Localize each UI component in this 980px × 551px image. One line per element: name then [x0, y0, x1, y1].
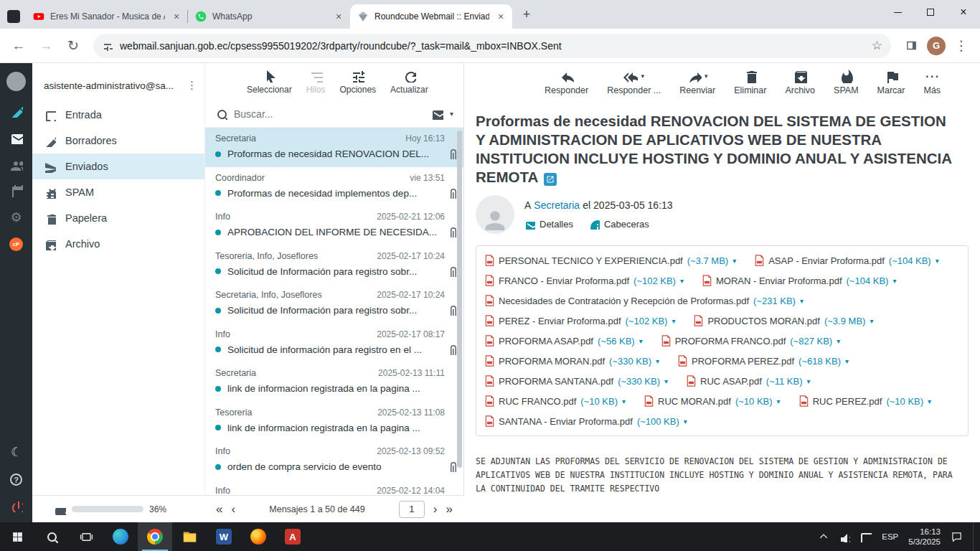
show-desktop-strip[interactable] — [973, 522, 976, 551]
firefox-icon[interactable] — [241, 522, 275, 551]
cpanel-icon[interactable]: cP — [9, 237, 23, 251]
window-maximize-button[interactable] — [914, 0, 947, 24]
message-row[interactable]: Info2025-02-12 14:04 — [205, 480, 463, 496]
start-button[interactable] — [0, 522, 34, 551]
tray-expand-chevron-icon[interactable] — [819, 532, 829, 542]
volume-icon[interactable] — [839, 531, 850, 542]
search-options-caret-icon[interactable]: ▾ — [450, 110, 453, 118]
attachment-item[interactable]: SANTANA - Enviar Proforma.pdf(~100 KB)▾ — [485, 414, 687, 428]
attachment-item[interactable]: MORAN - Enviar Proforma.pdf(~104 KB)▾ — [702, 273, 896, 288]
list-scrollbar[interactable] — [457, 131, 462, 468]
attachment-item[interactable]: PROFORMA SANTANA.pdf(~330 KB)▾ — [485, 374, 668, 388]
dark-mode-icon[interactable]: ☾ — [11, 445, 22, 460]
attachment-item[interactable]: ASAP - Enviar Proforma.pdf(~104 KB)▾ — [755, 253, 939, 268]
tab-roundcube[interactable]: Roundcube Webmail :: Enviados × — [350, 4, 512, 29]
folder-archivo[interactable]: Archivo — [32, 231, 204, 257]
file-explorer-icon[interactable] — [172, 522, 207, 551]
archive-button[interactable]: Archivo — [785, 69, 815, 95]
attachment-item[interactable]: PRODUCTOS MORAN.pdf(~3.9 MB)▾ — [694, 314, 873, 328]
side-panel-icon[interactable] — [900, 34, 923, 57]
browser-profile-avatar[interactable]: G — [927, 37, 946, 55]
message-row[interactable]: Tesoreria, Info, Joseflores2025-02-17 10… — [205, 245, 463, 285]
reply-button[interactable]: Responder — [545, 69, 588, 95]
contacts-icon[interactable] — [10, 158, 23, 171]
attachment-caret-icon[interactable]: ▾ — [684, 418, 687, 425]
message-row[interactable]: Secretaria, Info, Joseflores2025-02-17 1… — [205, 284, 463, 324]
attachment-item[interactable]: PROFORMA ASAP.pdf(~56 KB)▾ — [485, 334, 643, 348]
reply-all-button[interactable]: ▾ Responder ... — [607, 69, 661, 95]
action-center-icon[interactable] — [951, 531, 963, 543]
address-bar[interactable]: webmail.sanjuan.gob.ec/cpsess9955019202/… — [93, 34, 891, 58]
attachment-item[interactable]: RUC PEREZ.pdf(~10 KB)▾ — [799, 394, 932, 408]
mail-icon[interactable] — [10, 131, 23, 144]
attachment-item[interactable]: RUC ASAP.pdf(~11 KB)▾ — [687, 374, 811, 388]
folder-entrada[interactable]: Entrada — [32, 102, 204, 128]
attachment-caret-icon[interactable]: ▾ — [870, 317, 873, 325]
open-in-new-window-icon[interactable] — [544, 173, 557, 186]
spam-button[interactable]: SPAM — [834, 69, 859, 95]
attachment-caret-icon[interactable]: ▾ — [639, 337, 643, 345]
attachment-caret-icon[interactable]: ▾ — [837, 337, 840, 345]
attachment-item[interactable]: RUC MORAN.pdf(~10 KB)▾ — [644, 394, 781, 408]
back-button[interactable]: ← — [7, 34, 30, 57]
attachment-caret-icon[interactable]: ▾ — [777, 397, 781, 405]
more-button[interactable]: ⋯ Más — [923, 69, 941, 95]
forward-button[interactable]: → — [34, 34, 57, 57]
attachment-caret-icon[interactable]: ▾ — [680, 277, 684, 285]
attachment-item[interactable]: PERSONAL TECNICO Y EXPERIENCIA.pdf(~3.7 … — [485, 253, 736, 268]
options-button[interactable]: Opciones — [339, 69, 376, 95]
forward-caret-icon[interactable]: ▾ — [705, 72, 708, 80]
folder-borradores[interactable]: Borradores — [32, 128, 204, 154]
first-page-icon[interactable]: « — [216, 502, 222, 517]
calendar-icon[interactable] — [10, 184, 23, 197]
attachment-item[interactable]: PROFORMA FRANCO.pdf(~827 KB)▾ — [661, 334, 841, 348]
taskbar-clock[interactable]: 16:13 5/3/2025 — [908, 527, 941, 547]
recipient-link[interactable]: Secretaria — [534, 199, 580, 211]
attachment-item[interactable]: FRANCO - Enviar Proforma.pdf(~102 KB)▾ — [485, 273, 684, 288]
folder-spam[interactable]: SPAM — [32, 179, 204, 205]
message-row[interactable]: Info2025-02-13 09:52 orden de compra ser… — [205, 441, 463, 480]
site-info-icon[interactable] — [102, 40, 113, 51]
message-row[interactable]: Tesoreria2025-02-13 11:08 link de inform… — [205, 402, 463, 441]
network-icon[interactable] — [860, 531, 872, 542]
window-close-button[interactable]: × — [947, 0, 980, 24]
url-text[interactable]: webmail.sanjuan.gob.ec/cpsess9955019202/… — [120, 40, 864, 52]
acrobat-icon[interactable]: A — [275, 522, 310, 551]
taskbar-search-icon[interactable] — [34, 522, 69, 551]
attachment-caret-icon[interactable]: ▾ — [845, 357, 849, 365]
message-row[interactable]: Info2025-02-17 08:17 Solicitud de inform… — [205, 324, 463, 363]
reply-all-caret-icon[interactable]: ▾ — [641, 72, 644, 80]
attachment-caret-icon[interactable]: ▾ — [807, 377, 811, 385]
message-row[interactable]: Info2025-02-21 12:06 APROBACION DEL INFO… — [205, 206, 463, 245]
settings-gear-icon[interactable]: ⚙ — [10, 211, 22, 224]
message-row[interactable]: SecretariaHoy 16:13 Proformas de necesid… — [205, 128, 463, 167]
select-button[interactable]: Seleccionar — [247, 69, 292, 95]
tab-close-icon[interactable]: × — [333, 11, 344, 22]
attachment-item[interactable]: PROFORMA MORAN.pdf(~330 KB)▾ — [485, 354, 659, 368]
attachment-caret-icon[interactable]: ▾ — [800, 297, 804, 305]
message-row[interactable]: Coordinadorvie 13:51 Proformas de necesi… — [205, 167, 463, 207]
attachment-item[interactable]: PEREZ - Enviar Proforma.pdf(~102 KB)▾ — [485, 314, 675, 328]
browser-menu-icon[interactable]: ⋮ — [950, 34, 973, 57]
attachment-caret-icon[interactable]: ▾ — [892, 277, 896, 285]
attachment-item[interactable]: PROFORMA PEREZ.pdf(~618 KB)▾ — [678, 354, 849, 368]
next-page-icon[interactable]: › — [433, 502, 438, 517]
attachment-item[interactable]: RUC FRANCO.pdf(~10 KB)▾ — [485, 394, 626, 408]
attachment-caret-icon[interactable]: ▾ — [936, 257, 939, 265]
attachment-item[interactable]: Necesidades de Contratación y Recepción … — [485, 293, 804, 308]
edge-icon[interactable] — [103, 522, 138, 551]
refresh-button[interactable]: ↻ — [62, 34, 85, 57]
mark-button[interactable]: Marcar — [877, 69, 905, 95]
prev-page-icon[interactable]: ‹ — [231, 502, 235, 517]
account-menu-icon[interactable]: ⋮ — [187, 79, 197, 92]
threads-button[interactable]: Hilos — [306, 69, 326, 95]
window-minimize-button[interactable] — [881, 0, 914, 24]
help-icon[interactable]: ? — [10, 474, 22, 486]
headers-toggle[interactable]: Cabeceras — [604, 219, 649, 230]
attachment-caret-icon[interactable]: ▾ — [622, 397, 626, 405]
tab-youtube[interactable]: Eres Mi Sanador - Musica de A × — [26, 4, 188, 29]
last-page-icon[interactable]: » — [446, 502, 453, 517]
attachment-caret-icon[interactable]: ▾ — [672, 317, 675, 325]
details-toggle[interactable]: Detalles — [540, 219, 573, 230]
logout-power-icon[interactable] — [10, 499, 23, 512]
